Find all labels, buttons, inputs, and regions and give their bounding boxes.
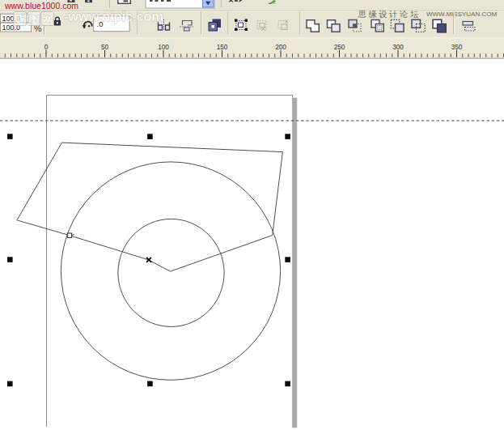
svg-text:50: 50 bbox=[101, 44, 109, 51]
svg-text:200: 200 bbox=[275, 44, 286, 51]
svg-text:150: 150 bbox=[217, 44, 228, 51]
svg-text:300: 300 bbox=[392, 44, 404, 51]
svg-text:350: 350 bbox=[451, 44, 463, 51]
svg-text:思缘设计论坛: 思缘设计论坛 bbox=[358, 10, 421, 19]
svg-text:WWW.MISSYUAN.COM: WWW.MISSYUAN.COM bbox=[426, 11, 497, 18]
svg-text:-www.nipic.com: -www.nipic.com bbox=[64, 9, 163, 23]
svg-text:100: 100 bbox=[158, 44, 169, 51]
svg-text:250: 250 bbox=[334, 44, 345, 51]
svg-text:昵图网: 昵图网 bbox=[15, 13, 57, 25]
svg-text:0: 0 bbox=[44, 44, 49, 51]
